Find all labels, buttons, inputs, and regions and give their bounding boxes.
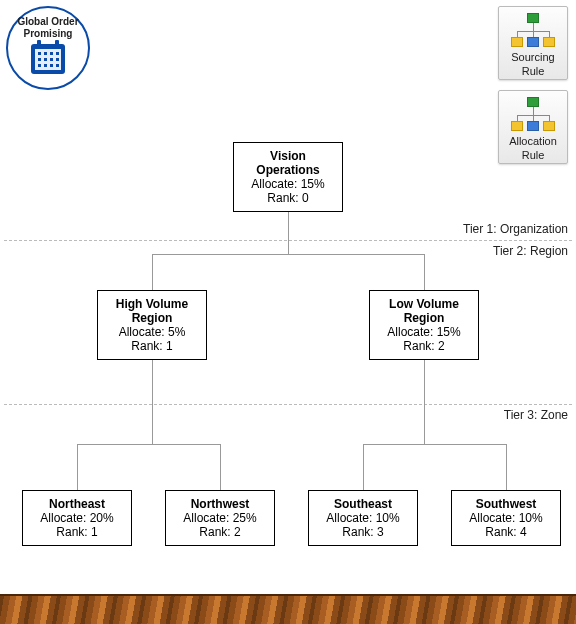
global-order-promising-badge: Global Order Promising (6, 6, 90, 90)
node-allocate: Allocate: 10% (456, 511, 556, 525)
node-southeast: Southeast Allocate: 10% Rank: 3 (308, 490, 418, 546)
node-title-l2: Region (102, 311, 202, 325)
node-rank: Rank: 1 (102, 339, 202, 353)
connector (506, 444, 507, 490)
node-title: Northeast (27, 497, 127, 511)
sourcing-rule-label-2: Rule (522, 65, 545, 77)
node-title: Northwest (170, 497, 270, 511)
badge-line2: Promising (24, 28, 73, 40)
connector (220, 444, 221, 490)
node-title: Vision Operations (238, 149, 338, 177)
node-northeast: Northeast Allocate: 20% Rank: 1 (22, 490, 132, 546)
tier-3-label: Tier 3: Zone (504, 408, 568, 422)
node-rank: Rank: 1 (27, 525, 127, 539)
node-northwest: Northwest Allocate: 25% Rank: 2 (165, 490, 275, 546)
node-allocate: Allocate: 5% (102, 325, 202, 339)
hierarchy-icon (511, 97, 555, 133)
node-rank: Rank: 4 (456, 525, 556, 539)
connector (424, 350, 425, 444)
node-southwest: Southwest Allocate: 10% Rank: 4 (451, 490, 561, 546)
node-rank: Rank: 0 (238, 191, 338, 205)
connector (152, 254, 153, 290)
node-title-l2: Region (374, 311, 474, 325)
node-title: Southeast (313, 497, 413, 511)
node-low-volume-region: Low Volume Region Allocate: 15% Rank: 2 (369, 290, 479, 360)
node-rank: Rank: 3 (313, 525, 413, 539)
node-high-volume-region: High Volume Region Allocate: 5% Rank: 1 (97, 290, 207, 360)
node-title-l1: Low Volume (374, 297, 474, 311)
node-allocate: Allocate: 15% (238, 177, 338, 191)
node-rank: Rank: 2 (170, 525, 270, 539)
sourcing-rule-button[interactable]: Sourcing Rule (498, 6, 568, 80)
node-allocate: Allocate: 15% (374, 325, 474, 339)
badge-line1: Global Order (17, 16, 78, 28)
connector (77, 444, 78, 490)
wood-footer (0, 594, 576, 624)
node-title: Southwest (456, 497, 556, 511)
node-allocate: Allocate: 25% (170, 511, 270, 525)
connector (424, 254, 425, 290)
connector (152, 254, 424, 255)
connector (363, 444, 506, 445)
hierarchy-icon (511, 13, 555, 49)
sourcing-rule-label-1: Sourcing (511, 51, 554, 63)
node-title-l1: High Volume (102, 297, 202, 311)
allocation-rule-label-1: Allocation (509, 135, 557, 147)
connector (152, 350, 153, 444)
node-allocate: Allocate: 10% (313, 511, 413, 525)
tier-2-label: Tier 2: Region (493, 244, 568, 258)
allocation-rule-label-2: Rule (522, 149, 545, 161)
node-rank: Rank: 2 (374, 339, 474, 353)
connector (77, 444, 220, 445)
connector (363, 444, 364, 490)
tier-1-label: Tier 1: Organization (463, 222, 568, 236)
calendar-icon (31, 44, 65, 74)
tier-divider-2 (4, 404, 572, 405)
allocation-rule-button[interactable]: Allocation Rule (498, 90, 568, 164)
node-allocate: Allocate: 20% (27, 511, 127, 525)
node-vision-operations: Vision Operations Allocate: 15% Rank: 0 (233, 142, 343, 212)
